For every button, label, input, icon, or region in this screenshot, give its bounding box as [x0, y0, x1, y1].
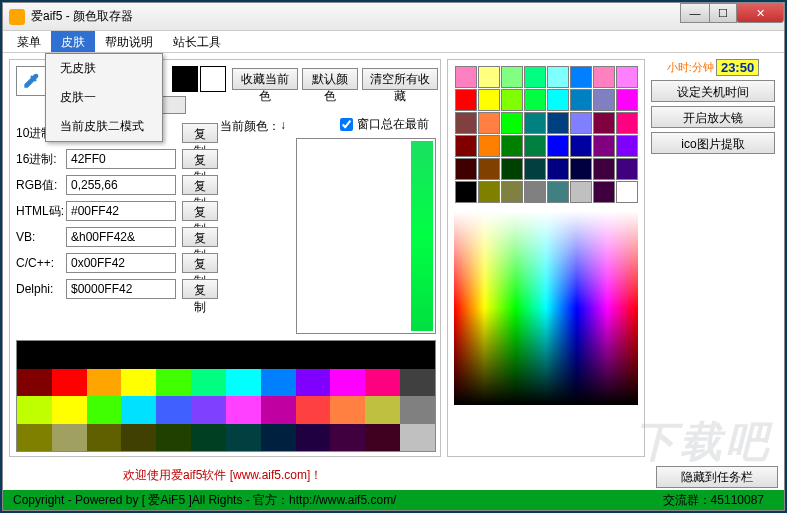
open-magnifier-button[interactable]: 开启放大镜	[651, 106, 775, 128]
preset-cell[interactable]	[478, 112, 500, 134]
swatch-cell[interactable]	[156, 396, 191, 424]
swatch-cell[interactable]	[261, 369, 296, 397]
preset-cell[interactable]	[547, 135, 569, 157]
preset-cell[interactable]	[570, 158, 592, 180]
hex-input[interactable]	[66, 149, 176, 169]
preset-cell[interactable]	[570, 135, 592, 157]
preset-cell[interactable]	[524, 112, 546, 134]
menu-help[interactable]: 帮助说明	[95, 31, 163, 52]
preset-cell[interactable]	[570, 66, 592, 88]
always-on-top-checkbox[interactable]: 窗口总在最前	[340, 116, 429, 133]
swatch-cell[interactable]	[87, 369, 122, 397]
swatch-cell[interactable]	[365, 341, 400, 369]
dropdown-no-skin[interactable]: 无皮肤	[46, 54, 162, 83]
preset-cell[interactable]	[455, 112, 477, 134]
html-input[interactable]	[66, 201, 176, 221]
welcome-link[interactable]: www.aif5.com	[233, 468, 307, 482]
maximize-button[interactable]: ☐	[709, 3, 737, 23]
swatch-cell[interactable]	[191, 424, 226, 452]
preset-cell[interactable]	[455, 158, 477, 180]
swatch-cell[interactable]	[296, 396, 331, 424]
preset-cell[interactable]	[616, 112, 638, 134]
swatch-cell[interactable]	[365, 424, 400, 452]
preset-cell[interactable]	[501, 158, 523, 180]
rgb-input[interactable]	[66, 175, 176, 195]
preset-cell[interactable]	[547, 89, 569, 111]
swatch-cell[interactable]	[87, 424, 122, 452]
preset-cell[interactable]	[593, 181, 615, 203]
preset-cell[interactable]	[616, 135, 638, 157]
swatch-cell[interactable]	[52, 396, 87, 424]
preset-cell[interactable]	[616, 89, 638, 111]
swatch-cell[interactable]	[121, 424, 156, 452]
preset-cell[interactable]	[547, 112, 569, 134]
swatch-cell[interactable]	[121, 341, 156, 369]
preset-cell[interactable]	[547, 181, 569, 203]
titlebar[interactable]: 爱aif5 - 颜色取存器 — ☐ ✕	[3, 3, 784, 31]
preset-cell[interactable]	[570, 89, 592, 111]
swatch-cell[interactable]	[191, 369, 226, 397]
swatch-cell[interactable]	[87, 396, 122, 424]
preset-cell[interactable]	[570, 181, 592, 203]
swatch-cell[interactable]	[261, 341, 296, 369]
swatch-cell[interactable]	[17, 396, 52, 424]
preset-cell[interactable]	[593, 158, 615, 180]
swatch-cell[interactable]	[52, 341, 87, 369]
swatch-cell[interactable]	[156, 341, 191, 369]
preset-cell[interactable]	[547, 158, 569, 180]
always-on-top-input[interactable]	[340, 118, 353, 131]
preset-cell[interactable]	[501, 66, 523, 88]
preset-cell[interactable]	[593, 112, 615, 134]
html-copy-button[interactable]: 复制	[182, 201, 218, 221]
preset-cell[interactable]	[524, 135, 546, 157]
preset-cell[interactable]	[524, 158, 546, 180]
preset-cell[interactable]	[478, 158, 500, 180]
ico-extract-button[interactable]: ico图片提取	[651, 132, 775, 154]
rgb-copy-button[interactable]: 复制	[182, 175, 218, 195]
vb-input[interactable]	[66, 227, 176, 247]
preset-cell[interactable]	[455, 181, 477, 203]
gradient-preview[interactable]	[296, 138, 436, 334]
swatch-cell[interactable]	[87, 341, 122, 369]
swatch-cell[interactable]	[400, 424, 435, 452]
preset-colors[interactable]	[454, 66, 638, 203]
swatch-cell[interactable]	[400, 396, 435, 424]
swatch-cell[interactable]	[226, 396, 261, 424]
dec-copy-button[interactable]: 复制	[182, 123, 218, 143]
swatch-cell[interactable]	[191, 396, 226, 424]
swatch-cell[interactable]	[330, 424, 365, 452]
preset-cell[interactable]	[501, 181, 523, 203]
swatch-cell[interactable]	[330, 341, 365, 369]
close-button[interactable]: ✕	[736, 3, 784, 23]
preset-cell[interactable]	[455, 89, 477, 111]
swatch-cell[interactable]	[365, 369, 400, 397]
swatch-cell[interactable]	[296, 341, 331, 369]
dropdown-skin-2[interactable]: 当前皮肤二模式	[46, 112, 162, 141]
clear-all-button[interactable]: 清空所有收藏	[362, 68, 438, 90]
menu-skin[interactable]: 皮肤	[51, 31, 95, 52]
preset-cell[interactable]	[616, 181, 638, 203]
preset-cell[interactable]	[501, 135, 523, 157]
swatch-cell[interactable]	[330, 369, 365, 397]
preset-cell[interactable]	[478, 89, 500, 111]
swatch-cell[interactable]	[296, 369, 331, 397]
cpp-input[interactable]	[66, 253, 176, 273]
swatch-cell[interactable]	[330, 396, 365, 424]
preset-cell[interactable]	[524, 66, 546, 88]
menu-tools[interactable]: 站长工具	[163, 31, 231, 52]
hex-copy-button[interactable]: 复制	[182, 149, 218, 169]
fav-current-button[interactable]: 收藏当前色	[232, 68, 298, 90]
preset-cell[interactable]	[478, 66, 500, 88]
swatch-cell[interactable]	[52, 424, 87, 452]
swatch-cell[interactable]	[400, 369, 435, 397]
swatch-cell[interactable]	[17, 424, 52, 452]
swatch-cell[interactable]	[17, 341, 52, 369]
swatch-cell[interactable]	[156, 369, 191, 397]
swatch-cell[interactable]	[191, 341, 226, 369]
swatch-cell[interactable]	[121, 369, 156, 397]
vb-copy-button[interactable]: 复制	[182, 227, 218, 247]
menu-main[interactable]: 菜单	[7, 31, 51, 52]
swatch-cell[interactable]	[52, 369, 87, 397]
swatch-cell[interactable]	[400, 341, 435, 369]
delphi-input[interactable]	[66, 279, 176, 299]
